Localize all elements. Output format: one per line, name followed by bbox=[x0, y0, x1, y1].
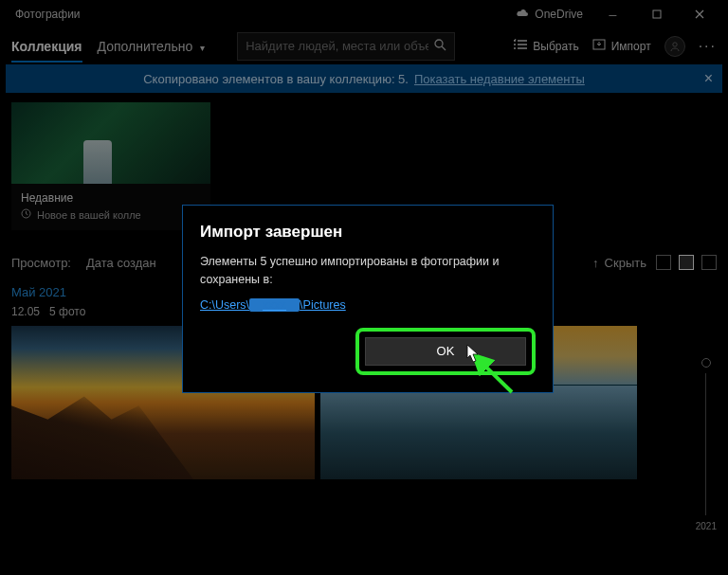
import-complete-dialog: Импорт завершен Элементы 5 успешно импор… bbox=[182, 205, 554, 393]
path-suffix: \Pictures bbox=[300, 298, 346, 312]
path-prefix: C:\Users\ bbox=[200, 298, 249, 312]
dialog-path-link[interactable]: C:\Users\xxxx\Pictures bbox=[200, 298, 346, 312]
dialog-title: Импорт завершен bbox=[200, 223, 536, 242]
ok-button[interactable]: OK bbox=[365, 337, 526, 366]
dialog-body: Элементы 5 успешно импортированы в фотог… bbox=[200, 253, 536, 289]
path-redacted: xxxx bbox=[249, 298, 300, 312]
ok-highlight: OK bbox=[355, 328, 536, 375]
